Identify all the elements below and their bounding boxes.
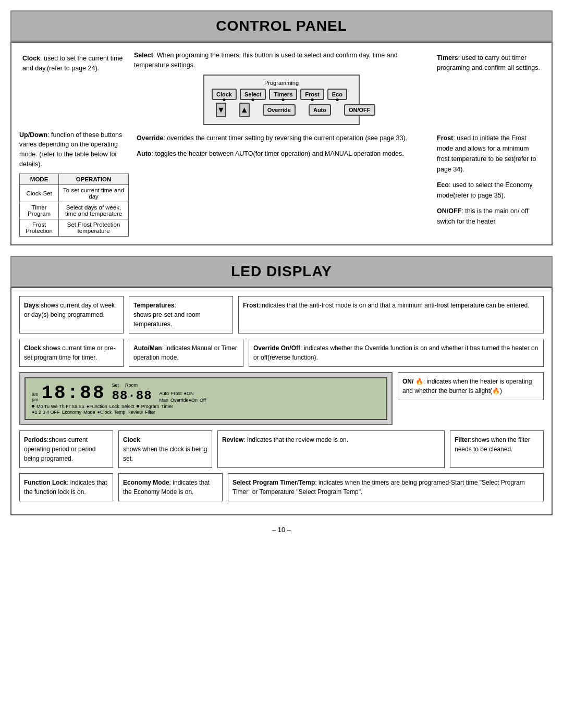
- set-room-section: Set Room 88·88: [112, 382, 152, 403]
- timers-description: Timers: used to carry out timer programi…: [434, 51, 544, 125]
- clock-display: ●Clock: [97, 410, 112, 415]
- onoff-label: ON/OFF: [437, 207, 461, 215]
- frost-indicator: Frost: [171, 391, 182, 396]
- periods-label: Periods: [24, 436, 47, 443]
- clock2-text: shows when the clock is being set.: [123, 446, 207, 462]
- control-panel-title: CONTROL PANEL: [10, 10, 553, 42]
- auto-description: Auto: toggles the heater between AUTO(fo…: [137, 149, 426, 159]
- clock2-box: Clock: shows when the clock is being set…: [118, 430, 212, 468]
- eco-description: Eco: used to select the Economy mode(ref…: [437, 180, 541, 201]
- room-label: Room: [125, 382, 138, 388]
- override-text: : overrides the current timer setting by…: [163, 134, 407, 142]
- on-indicator: ●ON: [184, 391, 194, 396]
- override-label: Override: [137, 134, 163, 142]
- timers-label: Timers: [437, 54, 458, 61]
- down-arrow-button[interactable]: ▼: [216, 103, 226, 117]
- frost-led-text: :indicates that the anti-frost mode is o…: [259, 302, 530, 309]
- lock-display: Lock: [109, 404, 119, 409]
- review-box: Review: indicates that the review mode i…: [217, 430, 445, 468]
- table-row: Frost Protection Set Frost Protection te…: [20, 219, 129, 236]
- center-top: Select: When programing the timers, this…: [134, 51, 429, 125]
- control-panel-container: Clock: used to set the current time and …: [10, 42, 553, 245]
- select-program-label: Select Program Timer/Temp: [232, 479, 315, 486]
- frost-button[interactable]: Frost: [300, 89, 324, 100]
- led-screen: am pm 18:88 Set Room 88·88: [25, 377, 387, 420]
- programming-label: Programming: [212, 80, 351, 86]
- periods-display: ●1 2 3 4 OFF: [32, 410, 59, 415]
- periods-box: Periods:shows current operating period o…: [19, 430, 113, 468]
- mode-cell: Frost Protection: [20, 219, 59, 236]
- bottom-left: Up/Down: function of these buttons varie…: [19, 130, 129, 237]
- temperatures-colon: :: [174, 302, 176, 309]
- auto-label: Auto: [137, 150, 151, 157]
- clock2-label: Clock: [123, 436, 140, 443]
- filter-label: Filter: [455, 436, 470, 443]
- on-flame-end: ): [500, 387, 502, 394]
- up-arrow-button[interactable]: ▲: [239, 103, 250, 117]
- operation-cell: Set Frost Protection temperature: [59, 219, 129, 236]
- timers-button[interactable]: Timers: [269, 89, 297, 100]
- frost-description: Frost: used to initiate the Frost mode a…: [437, 133, 541, 175]
- override-indicator: Override●On: [170, 398, 198, 403]
- select-program-box: Select Program Timer/Temp: indicates whe…: [228, 473, 544, 501]
- override-button[interactable]: Override: [263, 104, 296, 116]
- auto-indicator: Auto: [160, 391, 169, 396]
- mode-cell: Clock Set: [20, 184, 59, 202]
- temp-label-display: Temp: [114, 410, 125, 415]
- days-label: Days: [24, 302, 39, 309]
- automan-label: Auto/Man: [133, 344, 162, 352]
- review-display: Review: [127, 410, 143, 415]
- filter-display: Filter: [145, 410, 155, 415]
- led-display-title: LED DISPLAY: [10, 256, 553, 287]
- select-text: : When programing the timers, this butto…: [134, 52, 398, 69]
- temp-display: 88·88: [112, 389, 152, 403]
- led-screen-wrapper: am pm 18:88 Set Room 88·88: [19, 372, 393, 425]
- clock-button[interactable]: Clock: [212, 89, 237, 100]
- select-button[interactable]: Select: [240, 89, 266, 100]
- clock-label: Clock: [22, 55, 40, 62]
- mode-display: Mode: [83, 410, 95, 415]
- operation-cell: To set current time and day: [59, 184, 129, 202]
- bottom-right: Frost: used to initiate the Frost mode a…: [434, 130, 544, 237]
- temperatures-box: Temperatures: shows pre-set and room tem…: [129, 296, 233, 334]
- control-panel-section: CONTROL PANEL Clock: used to set the cur…: [10, 10, 553, 245]
- override-description: Override: overrides the current timer se…: [137, 133, 426, 143]
- clock-description: Clock: used to set the current time and …: [19, 51, 129, 125]
- eco-button[interactable]: Eco: [327, 89, 347, 100]
- mode-table: MODE OPERATION Clock Set To set current …: [19, 174, 129, 237]
- economy-mode-label: Economy Mode: [123, 479, 169, 486]
- function-lock-label: Function Lock: [24, 479, 67, 486]
- off-indicator: Off: [200, 398, 206, 403]
- am-pm-indicator: am pm: [32, 392, 39, 403]
- led-display-container: Days:shows current day of week or day(s)…: [10, 287, 553, 515]
- onoff-description: ON/OFF: this is the main on/ off switch …: [437, 206, 541, 227]
- mode-col-header: MODE: [20, 174, 59, 184]
- onoff-button[interactable]: ON/OFF: [344, 104, 375, 116]
- timer-display: Timer: [161, 404, 173, 409]
- bottom-center: Override: overrides the current timer se…: [134, 130, 429, 237]
- man-indicator: Man: [160, 398, 169, 403]
- economy-mode-box: Economy Mode: indicates that the Economy…: [118, 473, 223, 501]
- set-label: Set: [112, 382, 119, 388]
- auto-button[interactable]: Auto: [309, 104, 331, 116]
- operation-col-header: OPERATION: [59, 174, 129, 184]
- clock2-colon: :: [140, 436, 142, 443]
- temperatures-text: shows pre-set and room temperatures.: [133, 311, 201, 328]
- automan-box: Auto/Man: indicates Manual or Timer oper…: [129, 339, 243, 367]
- flame-icon: 🔥: [492, 387, 500, 394]
- pm-label: pm: [32, 398, 39, 403]
- auto-text: : toggles the heater between AUTO(for ti…: [151, 150, 403, 157]
- days-box: Days:shows current day of week or day(s)…: [19, 296, 124, 334]
- programming-panel: Programming Clock Select Timers Frost: [203, 75, 360, 125]
- table-row: Clock Set To set current time and day: [20, 184, 129, 202]
- eco-text: : used to select the Economy mode(refer …: [437, 181, 532, 199]
- led-display-section: LED DISPLAY Days:shows current day of we…: [10, 256, 553, 515]
- days-row: Mo Tu We Th Fr Sa Su ●Function Lock Sele…: [32, 404, 380, 409]
- filter-box: Filter:shows when the filter needs to be…: [450, 430, 544, 468]
- select-description: Select: When programing the timers, this…: [134, 51, 429, 70]
- table-row: Timer Program Select days of week, time …: [20, 202, 129, 219]
- temperatures-label: Temperatures: [133, 302, 174, 309]
- review-label: Review: [222, 436, 243, 443]
- days-display: Mo Tu We Th Fr Sa Su: [36, 404, 84, 409]
- periods-row: ●1 2 3 4 OFF Economy Mode ●Clock Temp Re…: [32, 410, 380, 415]
